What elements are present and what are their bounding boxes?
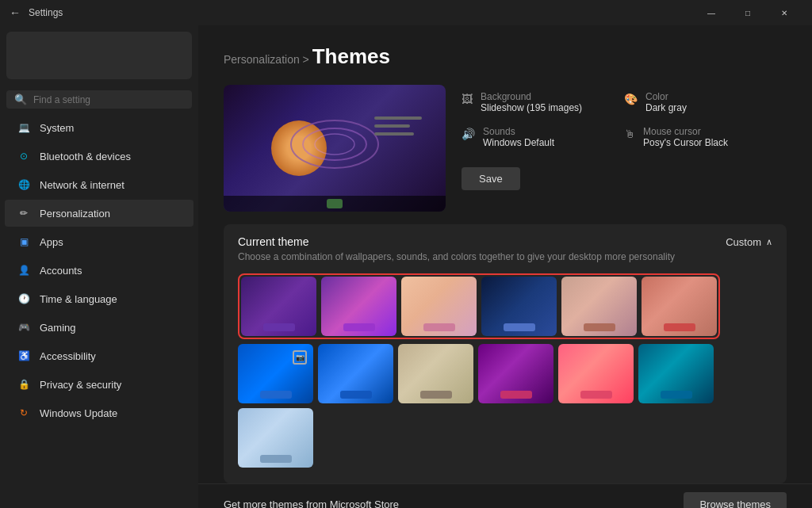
save-button[interactable]: Save <box>462 167 520 190</box>
theme-info: 🖼 Background Slideshow (195 images) 🎨 Co… <box>462 85 787 212</box>
custom-toggle[interactable]: Custom ∧ <box>726 236 772 248</box>
background-label: Background <box>481 91 582 102</box>
search-icon: 🔍 <box>14 94 27 105</box>
theme-preview-image <box>224 85 446 212</box>
sidebar-item-label: Bluetooth & devices <box>40 151 131 162</box>
back-button[interactable]: ← <box>10 6 21 19</box>
sidebar-item-label: Accessibility <box>40 350 96 362</box>
sounds-info: 🔊 Sounds Windows Default <box>462 120 624 155</box>
color-info: 🎨 Color Dark gray <box>624 85 787 120</box>
theme-thumb-4[interactable] <box>481 277 557 336</box>
update-icon: ↻ <box>17 407 30 419</box>
sidebar-item-bluetooth[interactable]: ⊙ Bluetooth & devices <box>5 143 193 170</box>
sidebar-item-apps[interactable]: ▣ Apps <box>5 228 193 255</box>
content-area: Personalization > Themes <box>198 25 812 508</box>
theme-thumb-8[interactable] <box>318 344 393 403</box>
color-icon: 🎨 <box>624 93 638 105</box>
color-value: Dark gray <box>645 102 687 113</box>
sounds-value: Windows Default <box>483 137 554 148</box>
sidebar-item-label: System <box>40 122 74 134</box>
preview-rings <box>287 101 382 188</box>
theme-thumb-2[interactable] <box>321 277 396 336</box>
preview-taskbar <box>224 196 446 212</box>
sidebar-item-label: Gaming <box>40 322 76 334</box>
mouse-value: Posy's Cursor Black <box>643 137 728 148</box>
sidebar-item-label: Accounts <box>40 265 82 277</box>
theme-grid-row-3 <box>238 408 772 468</box>
current-theme-subtitle: Choose a combination of wallpapers, soun… <box>238 251 772 262</box>
network-icon: 🌐 <box>17 178 30 191</box>
mouse-label: Mouse cursor <box>643 126 728 137</box>
privacy-icon: 🔒 <box>17 378 30 391</box>
accessibility-icon: ♿ <box>17 349 30 362</box>
theme-thumb-6[interactable] <box>642 277 717 336</box>
sidebar: 🔍 💻 System ⊙ Bluetooth & devices 🌐 Netwo… <box>0 25 198 508</box>
sidebar-item-gaming[interactable]: 🎮 Gaming <box>5 314 193 341</box>
breadcrumb: Personalization > Themes <box>224 44 787 69</box>
system-icon: 💻 <box>17 121 30 134</box>
theme-thumb-1[interactable] <box>241 277 316 336</box>
theme-thumb-10[interactable] <box>478 344 553 403</box>
sidebar-item-label: Personalization <box>40 208 110 220</box>
custom-label: Custom <box>726 236 761 248</box>
sounds-label: Sounds <box>483 126 554 137</box>
theme-thumb-9[interactable] <box>398 344 473 403</box>
svg-point-1 <box>303 128 366 160</box>
page-title: Themes <box>312 44 390 68</box>
preview-lines <box>374 116 422 136</box>
search-input[interactable] <box>33 94 184 105</box>
sidebar-item-label: Windows Update <box>40 407 117 419</box>
sidebar-item-time[interactable]: 🕐 Time & language <box>5 285 193 312</box>
bottom-bar: Get more themes from Microsoft Store Bro… <box>198 483 812 508</box>
theme-thumb-7[interactable]: 📷 <box>238 344 313 403</box>
sidebar-item-label: Time & language <box>40 293 117 305</box>
theme-thumb-12[interactable] <box>638 344 714 403</box>
background-info: 🖼 Background Slideshow (195 images) <box>462 85 624 120</box>
theme-thumb-5[interactable] <box>561 277 637 336</box>
content-header: Personalization > Themes <box>198 25 812 85</box>
selected-theme-row <box>238 273 720 339</box>
main-layout: 🔍 💻 System ⊙ Bluetooth & devices 🌐 Netwo… <box>0 25 812 508</box>
theme-info-grid: 🖼 Background Slideshow (195 images) 🎨 Co… <box>462 85 787 155</box>
sidebar-item-personalization[interactable]: ✏ Personalization <box>5 200 193 227</box>
maximize-button[interactable]: □ <box>730 0 766 25</box>
theme-thumb-13[interactable] <box>238 408 313 468</box>
color-label: Color <box>645 91 687 102</box>
browse-themes-button[interactable]: Browse themes <box>684 492 787 508</box>
theme-preview-section: 🖼 Background Slideshow (195 images) 🎨 Co… <box>198 85 812 224</box>
sidebar-item-update[interactable]: ↻ Windows Update <box>5 399 193 426</box>
background-value: Slideshow (195 images) <box>481 102 582 113</box>
store-label: Get more themes from Microsoft Store <box>224 498 399 508</box>
theme-thumb-3[interactable] <box>401 277 477 336</box>
titlebar-left: ← Settings <box>10 6 63 19</box>
theme-thumb-11[interactable] <box>558 344 634 403</box>
gaming-icon: 🎮 <box>17 321 30 334</box>
minimize-button[interactable]: — <box>693 0 730 25</box>
time-icon: 🕐 <box>17 292 30 305</box>
window-title: Settings <box>29 7 63 18</box>
personalization-icon: ✏ <box>17 207 30 220</box>
sounds-icon: 🔊 <box>462 128 475 140</box>
sidebar-item-network[interactable]: 🌐 Network & internet <box>5 171 193 198</box>
apps-icon: ▣ <box>17 235 30 248</box>
current-theme-section: Current theme Custom ∧ Choose a combinat… <box>224 224 787 483</box>
mouse-icon: 🖱 <box>624 128 635 140</box>
titlebar-controls: — □ ✕ <box>693 0 802 25</box>
close-button[interactable]: ✕ <box>766 0 802 25</box>
current-theme-header: Current theme Custom ∧ <box>238 235 772 248</box>
accounts-icon: 👤 <box>17 264 30 277</box>
bluetooth-icon: ⊙ <box>17 150 30 162</box>
theme-grid-row-2: 📷 <box>238 344 772 403</box>
current-theme-title: Current theme <box>238 235 308 248</box>
mouse-info: 🖱 Mouse cursor Posy's Cursor Black <box>624 120 787 155</box>
sidebar-item-accounts[interactable]: 👤 Accounts <box>5 257 193 284</box>
sidebar-item-system[interactable]: 💻 System <box>5 114 193 141</box>
sidebar-item-label: Privacy & security <box>40 379 121 391</box>
search-box[interactable]: 🔍 <box>6 90 192 109</box>
svg-point-2 <box>315 134 354 155</box>
sidebar-item-privacy[interactable]: 🔒 Privacy & security <box>5 371 193 398</box>
sidebar-item-accessibility[interactable]: ♿ Accessibility <box>5 342 193 369</box>
sidebar-item-label: Apps <box>40 236 63 248</box>
chevron-up-icon: ∧ <box>766 237 772 247</box>
background-icon: 🖼 <box>462 93 473 105</box>
